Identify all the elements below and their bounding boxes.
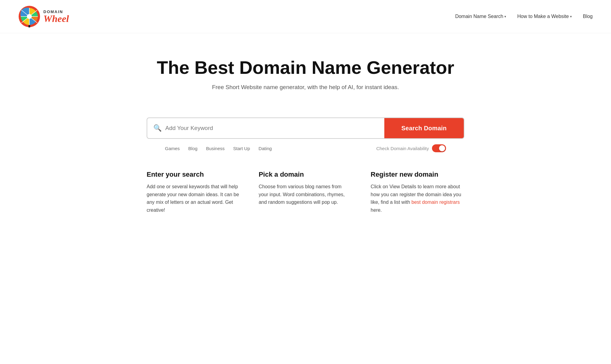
logo-wheel-text: Wheel <box>43 14 69 23</box>
feature-register-domain-desc: Click on View Details to learn more abou… <box>371 183 464 214</box>
domain-availability-label: Check Domain Availability <box>376 146 429 151</box>
hero-section: The Best Domain Name Generator Free Shor… <box>0 33 611 117</box>
feature-enter-search-desc: Add one or several keywords that will he… <box>147 183 240 214</box>
feature-register-domain-title: Register new domain <box>371 171 464 178</box>
feature-pick-domain-title: Pick a domain <box>259 171 353 178</box>
search-section: 🔍 Search Domain Games Blog Business Star… <box>128 117 483 152</box>
hero-title: The Best Domain Name Generator <box>18 58 593 78</box>
keyword-row: Games Blog Business Start Up Dating Chec… <box>147 139 464 152</box>
keyword-business[interactable]: Business <box>206 146 225 151</box>
keyword-tags: Games Blog Business Start Up Dating <box>165 146 272 151</box>
keyword-startup[interactable]: Start Up <box>233 146 250 151</box>
logo-wheel-icon <box>18 5 40 27</box>
chevron-down-icon: ▾ <box>570 15 572 19</box>
feature-pick-domain-desc: Choose from various blog names from your… <box>259 183 353 206</box>
search-input-area: 🔍 <box>147 118 384 138</box>
feature-enter-search: Enter your search Add one or several key… <box>147 171 240 214</box>
hero-subtitle: Free Short Website name generator, with … <box>18 84 593 91</box>
features-section: Enter your search Add one or several key… <box>128 171 483 232</box>
logo-text: DOMAIN Wheel <box>43 10 69 23</box>
nav-how-to-make-website[interactable]: How to Make a Website ▾ <box>517 14 572 19</box>
svg-rect-2 <box>28 25 30 27</box>
keyword-blog[interactable]: Blog <box>188 146 197 151</box>
feature-register-link[interactable]: best domain registrars <box>412 200 460 205</box>
domain-availability-toggle-area: Check Domain Availability <box>376 144 446 152</box>
chevron-down-icon: ▾ <box>504 15 506 19</box>
keyword-dating[interactable]: Dating <box>258 146 272 151</box>
keyword-games[interactable]: Games <box>165 146 180 151</box>
search-icon: 🔍 <box>153 124 162 132</box>
search-domain-button[interactable]: Search Domain <box>384 118 464 138</box>
feature-register-text-2: here. <box>371 207 382 213</box>
feature-register-domain: Register new domain Click on View Detail… <box>371 171 464 214</box>
domain-availability-toggle[interactable] <box>432 144 446 152</box>
search-bar: 🔍 Search Domain <box>147 117 464 139</box>
main-nav: Domain Name Search ▾ How to Make a Websi… <box>455 14 593 19</box>
nav-domain-name-search[interactable]: Domain Name Search ▾ <box>455 14 506 19</box>
nav-blog[interactable]: Blog <box>583 14 593 19</box>
search-input[interactable] <box>165 118 378 138</box>
site-header: DOMAIN Wheel Domain Name Search ▾ How to… <box>0 0 611 33</box>
logo[interactable]: DOMAIN Wheel <box>18 5 69 27</box>
feature-pick-domain: Pick a domain Choose from various blog n… <box>259 171 353 214</box>
feature-enter-search-title: Enter your search <box>147 171 240 178</box>
